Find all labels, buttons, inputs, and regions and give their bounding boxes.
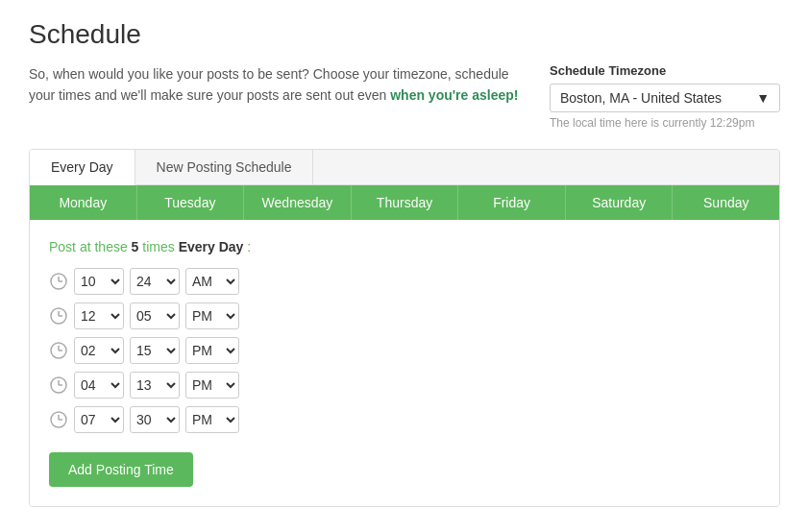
minute-select-4[interactable]: 13000510 15202530 3540455055	[130, 372, 180, 399]
timezone-value: Boston, MA - United States	[560, 90, 722, 106]
tabs-row: Every Day New Posting Schedule	[30, 150, 779, 185]
timezone-box: Schedule Timezone Boston, MA - United St…	[550, 63, 780, 130]
table-row: 07010203 04050608 09101112 30000510 1520…	[49, 406, 760, 433]
page-container: Schedule So, when would you like your po…	[0, 0, 809, 532]
timezone-select[interactable]: Boston, MA - United States ▼	[550, 84, 780, 112]
timezone-hint: The local time here is currently 12:29pm	[550, 116, 780, 130]
clock-icon	[49, 410, 68, 429]
minute-select-5[interactable]: 30000510 15202535 40455055	[130, 406, 180, 433]
post-label: Post at these 5 times Every Day :	[49, 239, 760, 254]
page-title: Schedule	[29, 19, 780, 50]
day-friday[interactable]: Friday	[458, 185, 566, 220]
tab-every-day[interactable]: Every Day	[30, 150, 135, 185]
top-section: So, when would you like your posts to be…	[29, 63, 780, 130]
ampm-select-5[interactable]: PMAM	[185, 406, 239, 433]
clock-icon	[49, 341, 68, 360]
hour-select-1[interactable]: 10010203 04050607 08091112	[74, 268, 124, 295]
ampm-select-2[interactable]: PMAM	[185, 302, 239, 329]
hour-select-2[interactable]: 12010203 04050607 08091011	[74, 302, 124, 329]
main-card: Every Day New Posting Schedule Monday Tu…	[29, 149, 780, 507]
day-thursday[interactable]: Thursday	[352, 185, 459, 220]
time-rows: 10010203 04050607 08091112 24000510 1520…	[49, 268, 760, 433]
ampm-select-1[interactable]: AMPM	[185, 268, 239, 295]
table-row: 10010203 04050607 08091112 24000510 1520…	[49, 268, 760, 295]
post-count: 5	[132, 239, 139, 254]
post-every-day: Every Day	[179, 239, 244, 254]
hour-select-4[interactable]: 04010203 05060708 09101112	[74, 372, 124, 399]
schedule-body: Post at these 5 times Every Day : 100102…	[30, 220, 779, 506]
minute-select-2[interactable]: 05001015 20253035 40455055	[130, 302, 180, 329]
day-sunday[interactable]: Sunday	[673, 185, 779, 220]
clock-icon	[49, 272, 68, 291]
tab-new-posting[interactable]: New Posting Schedule	[135, 150, 314, 184]
table-row: 02010304 05060708 09101112 15000510 2025…	[49, 337, 760, 364]
minute-select-1[interactable]: 24000510 15202530 3540455055	[130, 268, 180, 295]
hour-select-3[interactable]: 02010304 05060708 09101112	[74, 337, 124, 364]
description: So, when would you like your posts to be…	[29, 63, 521, 107]
clock-icon	[49, 306, 68, 326]
day-tuesday[interactable]: Tuesday	[137, 185, 245, 220]
clock-icon	[49, 375, 68, 395]
table-row: 12010203 04050607 08091011 05001015 2025…	[49, 302, 760, 329]
ampm-select-3[interactable]: PMAM	[185, 337, 239, 364]
description-highlight: when you're asleep!	[390, 87, 518, 103]
hour-select-5[interactable]: 07010203 04050608 09101112	[74, 406, 124, 433]
table-row: 04010203 05060708 09101112 13000510 1520…	[49, 372, 760, 399]
minute-select-3[interactable]: 15000510 20253035 40455055	[130, 337, 180, 364]
timezone-chevron-icon: ▼	[756, 90, 770, 106]
ampm-select-4[interactable]: PMAM	[185, 372, 239, 399]
timezone-label: Schedule Timezone	[550, 63, 780, 78]
day-monday[interactable]: Monday	[30, 185, 137, 220]
days-bar: Monday Tuesday Wednesday Thursday Friday…	[30, 185, 779, 220]
day-wednesday[interactable]: Wednesday	[244, 185, 352, 220]
day-saturday[interactable]: Saturday	[566, 185, 674, 220]
add-posting-time-button[interactable]: Add Posting Time	[49, 452, 193, 487]
